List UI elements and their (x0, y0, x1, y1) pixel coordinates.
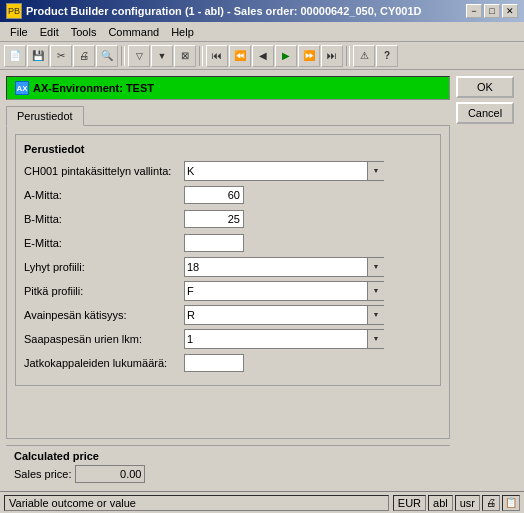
form-group: Perustiedot CH001 pintakäsittelyn vallin… (15, 134, 441, 386)
title-bar: PB Product Builder configuration (1 - ab… (0, 0, 524, 22)
select-pitka-profiili[interactable]: F A B (184, 281, 384, 301)
status-currency: EUR (393, 495, 426, 511)
sales-price-label: Sales price: (14, 468, 71, 480)
prev-prev-button[interactable]: ⏪ (229, 45, 251, 67)
alert-button[interactable]: ⚠ (353, 45, 375, 67)
cut-button[interactable]: ✂ (50, 45, 72, 67)
left-panel: AX AX-Environment: TEST Perustiedot Peru… (0, 70, 454, 491)
env-icon: AX (15, 81, 29, 95)
form-group-title: Perustiedot (24, 143, 432, 155)
label-lyhyt-profiili: Lyhyt profiili: (24, 261, 184, 273)
field-row-saapaspesa: Saapaspesän urien lkm: 1 2 3 4 (24, 329, 432, 349)
cancel-button[interactable]: Cancel (456, 102, 514, 124)
filter2-button[interactable]: ▼ (151, 45, 173, 67)
status-print-icon[interactable]: 🖨 (482, 495, 500, 511)
menu-bar: File Edit Tools Command Help (0, 22, 524, 42)
select-avainpesa[interactable]: R L (184, 305, 384, 325)
app-icon: PB (6, 3, 22, 19)
search-button[interactable]: 🔍 (96, 45, 118, 67)
status-text: Variable outcome or value (9, 497, 136, 509)
label-jatkokappale: Jatkokappaleiden lukumäärä: (24, 357, 184, 369)
select-lyhyt-profiili[interactable]: 18 20 22 (184, 257, 384, 277)
help-button[interactable]: ? (376, 45, 398, 67)
close-button[interactable]: ✕ (502, 4, 518, 18)
minimize-button[interactable]: − (466, 4, 482, 18)
input-a-mitta[interactable] (184, 186, 244, 204)
select-wrapper-ch001: K A B (184, 161, 384, 181)
print-button[interactable]: 🖨 (73, 45, 95, 67)
label-avainpesa: Avainpesän kätisyys: (24, 309, 184, 321)
sales-price-input[interactable] (75, 465, 145, 483)
input-jatkokappale[interactable] (184, 354, 244, 372)
tab-bar: Perustiedot (6, 106, 450, 126)
field-row-avainpesa: Avainpesän kätisyys: R L (24, 305, 432, 325)
env-label: AX-Environment: TEST (33, 82, 154, 94)
label-e-mitta: E-Mitta: (24, 237, 184, 249)
menu-help[interactable]: Help (165, 24, 200, 40)
field-row-ch001: CH001 pintakäsittelyn vallinta: K A B (24, 161, 432, 181)
select-wrapper-saapaspesa: 1 2 3 4 (184, 329, 384, 349)
select-ch001[interactable]: K A B (184, 161, 384, 181)
select-wrapper-pitka: F A B (184, 281, 384, 301)
next-next-button[interactable]: ⏩ (298, 45, 320, 67)
last-button[interactable]: ⏭ (321, 45, 343, 67)
field-row-jatkokappale: Jatkokappaleiden lukumäärä: (24, 353, 432, 373)
label-a-mitta: A-Mitta: (24, 189, 184, 201)
field-row-e-mitta: E-Mitta: (24, 233, 432, 253)
menu-edit[interactable]: Edit (34, 24, 65, 40)
status-bar: Variable outcome or value EUR abl usr 🖨 … (0, 491, 524, 513)
toolbar: 📄 💾 ✂ 🖨 🔍 ▽ ▼ ⊠ ⏮ ⏪ ◀ ▶ ⏩ ⏭ ⚠ ? (0, 42, 524, 70)
menu-file[interactable]: File (4, 24, 34, 40)
field-row-pitka-profiili: Pitkä profiili: F A B (24, 281, 432, 301)
right-panel: OK Cancel (454, 70, 524, 491)
prev-button[interactable]: ◀ (252, 45, 274, 67)
ok-button[interactable]: OK (456, 76, 514, 98)
play-button[interactable]: ▶ (275, 45, 297, 67)
env-bar: AX AX-Environment: TEST (6, 76, 450, 100)
save-button[interactable]: 💾 (27, 45, 49, 67)
input-e-mitta[interactable] (184, 234, 244, 252)
label-saapaspesa: Saapaspesän urien lkm: (24, 333, 184, 345)
toolbar-separator-1 (121, 46, 125, 66)
field-row-lyhyt-profiili: Lyhyt profiili: 18 20 22 (24, 257, 432, 277)
status-clipboard-icon[interactable]: 📋 (502, 495, 520, 511)
select-wrapper-lyhyt: 18 20 22 (184, 257, 384, 277)
input-b-mitta[interactable] (184, 210, 244, 228)
status-right: EUR abl usr 🖨 📋 (393, 495, 520, 511)
field-row-a-mitta: A-Mitta: (24, 185, 432, 205)
tab-perustiedot[interactable]: Perustiedot (6, 106, 84, 126)
calc-price-section: Calculated price Sales price: (6, 445, 450, 487)
first-button[interactable]: ⏮ (206, 45, 228, 67)
new-button[interactable]: 📄 (4, 45, 26, 67)
calc-price-row: Sales price: (14, 465, 442, 483)
select-wrapper-avainpesa: R L (184, 305, 384, 325)
calc-price-title: Calculated price (14, 450, 442, 462)
label-ch001: CH001 pintakäsittelyn vallinta: (24, 165, 184, 177)
panels-area: AX AX-Environment: TEST Perustiedot Peru… (0, 70, 524, 491)
status-main-text: Variable outcome or value (4, 495, 389, 511)
select-saapaspesa[interactable]: 1 2 3 4 (184, 329, 384, 349)
maximize-button[interactable]: □ (484, 4, 500, 18)
form-panel: Perustiedot CH001 pintakäsittelyn vallin… (6, 125, 450, 439)
toolbar-separator-3 (346, 46, 350, 66)
toolbar-separator-2 (199, 46, 203, 66)
filter1-button[interactable]: ▽ (128, 45, 150, 67)
window-title: Product Builder configuration (1 - abl) … (26, 5, 422, 17)
menu-command[interactable]: Command (102, 24, 165, 40)
label-b-mitta: B-Mitta: (24, 213, 184, 225)
menu-tools[interactable]: Tools (65, 24, 103, 40)
field-row-b-mitta: B-Mitta: (24, 209, 432, 229)
status-usr: usr (455, 495, 480, 511)
status-abl: abl (428, 495, 453, 511)
label-pitka-profiili: Pitkä profiili: (24, 285, 184, 297)
filter3-button[interactable]: ⊠ (174, 45, 196, 67)
